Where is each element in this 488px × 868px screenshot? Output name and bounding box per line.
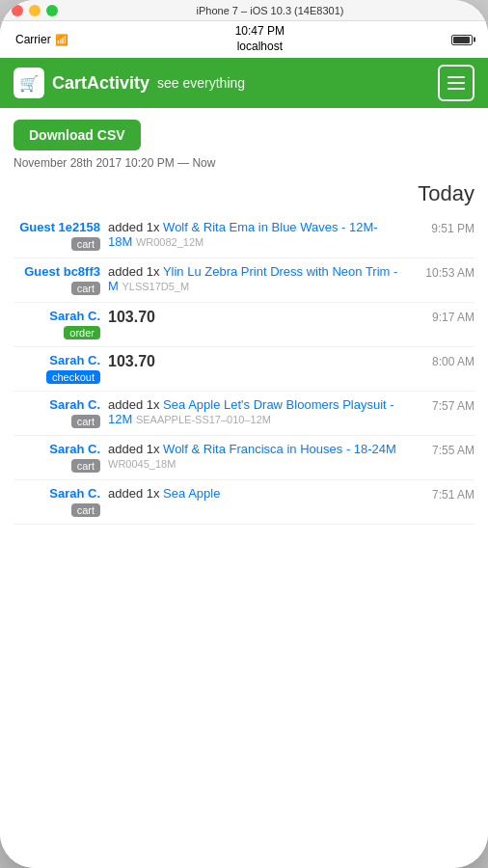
status-left: Carrier 📶 bbox=[15, 33, 68, 46]
minimize-dot[interactable] bbox=[29, 5, 41, 16]
badge-cart: cart bbox=[71, 459, 100, 473]
amount-value: 103.70 bbox=[108, 309, 155, 325]
status-right bbox=[451, 35, 473, 45]
table-row: Sarah C. cart added 1x Wolf & Rita Franc… bbox=[14, 436, 474, 480]
table-row: Sarah C. order 103.70 9:17 AM bbox=[14, 303, 474, 347]
row-left: Guest bc8ff3 cart bbox=[14, 264, 100, 296]
row-time: 7:55 AM bbox=[409, 442, 474, 457]
window-title: iPhone 7 – iOS 10.3 (14E8301) bbox=[64, 5, 476, 16]
battery-fill bbox=[453, 37, 470, 43]
row-left: Sarah C. cart bbox=[14, 486, 100, 518]
row-left: Sarah C. cart bbox=[14, 442, 100, 474]
carrier-label: Carrier bbox=[15, 33, 51, 46]
badge-cart: cart bbox=[71, 415, 100, 428]
user-name[interactable]: Guest 1e2158 bbox=[14, 220, 100, 234]
user-name[interactable]: Sarah C. bbox=[14, 353, 100, 367]
host-label: localhost bbox=[235, 40, 285, 55]
hamburger-menu-button[interactable] bbox=[438, 65, 474, 101]
section-today-header: Today bbox=[14, 181, 474, 206]
row-time: 9:17 AM bbox=[409, 309, 474, 324]
badge-cart: cart bbox=[71, 282, 100, 295]
row-time: 8:00 AM bbox=[409, 353, 474, 368]
nav-brand: 🛒 CartActivity see everything bbox=[14, 68, 245, 98]
sku-text: WR0045_18M bbox=[108, 458, 176, 470]
hamburger-line-3 bbox=[447, 88, 465, 90]
action-text: added 1x bbox=[108, 220, 163, 234]
row-left: Guest 1e2158 cart bbox=[14, 220, 100, 252]
row-time: 7:57 AM bbox=[409, 397, 474, 413]
badge-checkout: checkout bbox=[46, 370, 100, 384]
badge-cart: cart bbox=[71, 503, 100, 517]
table-row: Sarah C. cart added 1x Sea Apple Let's D… bbox=[14, 392, 474, 436]
close-dot[interactable] bbox=[12, 5, 23, 16]
row-center: added 1x Sea Apple Let's Draw Bloomers P… bbox=[108, 397, 401, 426]
user-name[interactable]: Guest bc8ff3 bbox=[14, 264, 100, 279]
user-name[interactable]: Sarah C. bbox=[14, 397, 100, 412]
user-name[interactable]: Sarah C. bbox=[14, 442, 100, 456]
table-row: Sarah C. checkout 103.70 8:00 AM bbox=[14, 347, 474, 392]
app-tagline: see everything bbox=[157, 75, 245, 91]
maximize-dot[interactable] bbox=[46, 5, 58, 16]
row-left: Sarah C. order bbox=[14, 309, 100, 340]
download-csv-button[interactable]: Download CSV bbox=[14, 120, 141, 150]
action-text: added 1x bbox=[108, 486, 163, 501]
user-name[interactable]: Sarah C. bbox=[14, 309, 100, 323]
action-text: added 1x bbox=[108, 264, 163, 279]
time-label: 10:47 PM bbox=[235, 24, 285, 40]
product-link[interactable]: Sea Apple bbox=[163, 486, 220, 501]
title-bar: iPhone 7 – iOS 10.3 (14E8301) bbox=[0, 0, 488, 21]
action-text: added 1x bbox=[108, 397, 163, 412]
row-center: added 1x Wolf & Rita Francisca in Houses… bbox=[108, 442, 401, 471]
date-range-label: November 28th 2017 10:20 PM — Now bbox=[14, 156, 474, 170]
content-area: Download CSV November 28th 2017 10:20 PM… bbox=[0, 108, 488, 868]
row-time: 10:53 AM bbox=[409, 264, 474, 280]
table-row: Guest bc8ff3 cart added 1x Ylin Lu Zebra… bbox=[14, 258, 474, 303]
table-row: Sarah C. cart added 1x Sea Apple 7:51 AM bbox=[14, 480, 474, 525]
sku-text: WR0082_12M bbox=[136, 236, 203, 248]
table-row: Guest 1e2158 cart added 1x Wolf & Rita E… bbox=[14, 214, 474, 258]
status-bar: Carrier 📶 10:47 PM localhost bbox=[0, 21, 488, 58]
row-center: 103.70 bbox=[108, 353, 401, 370]
nav-logo-icon: 🛒 bbox=[14, 68, 44, 98]
badge-order: order bbox=[64, 326, 100, 339]
sku-text: YLSS17D5_M bbox=[122, 281, 189, 292]
amount-value: 103.70 bbox=[108, 353, 155, 369]
wifi-icon: 📶 bbox=[55, 34, 68, 46]
row-center: added 1x Ylin Lu Zebra Print Dress with … bbox=[108, 264, 401, 293]
hamburger-line-1 bbox=[447, 76, 465, 78]
row-center: added 1x Wolf & Rita Ema in Blue Waves -… bbox=[108, 220, 401, 249]
row-time: 9:51 PM bbox=[409, 220, 474, 235]
phone-shell: iPhone 7 – iOS 10.3 (14E8301) Carrier 📶 … bbox=[0, 0, 488, 868]
user-name[interactable]: Sarah C. bbox=[14, 486, 100, 501]
status-center: 10:47 PM localhost bbox=[235, 24, 285, 54]
battery-icon bbox=[451, 35, 473, 45]
nav-bar: 🛒 CartActivity see everything bbox=[0, 58, 488, 108]
row-center: 103.70 bbox=[108, 309, 401, 326]
sku-text: SEAAPPLE-SS17–010–12M bbox=[136, 414, 271, 425]
row-left: Sarah C. cart bbox=[14, 397, 100, 429]
row-left: Sarah C. checkout bbox=[14, 353, 100, 385]
product-link[interactable]: Wolf & Rita Francisca in Houses - 18-24M bbox=[163, 442, 396, 456]
badge-cart: cart bbox=[71, 237, 100, 251]
action-text: added 1x bbox=[108, 442, 163, 456]
app-name: CartActivity bbox=[52, 73, 149, 94]
row-center: added 1x Sea Apple bbox=[108, 486, 401, 501]
hamburger-line-2 bbox=[447, 82, 465, 84]
row-time: 7:51 AM bbox=[409, 486, 474, 502]
